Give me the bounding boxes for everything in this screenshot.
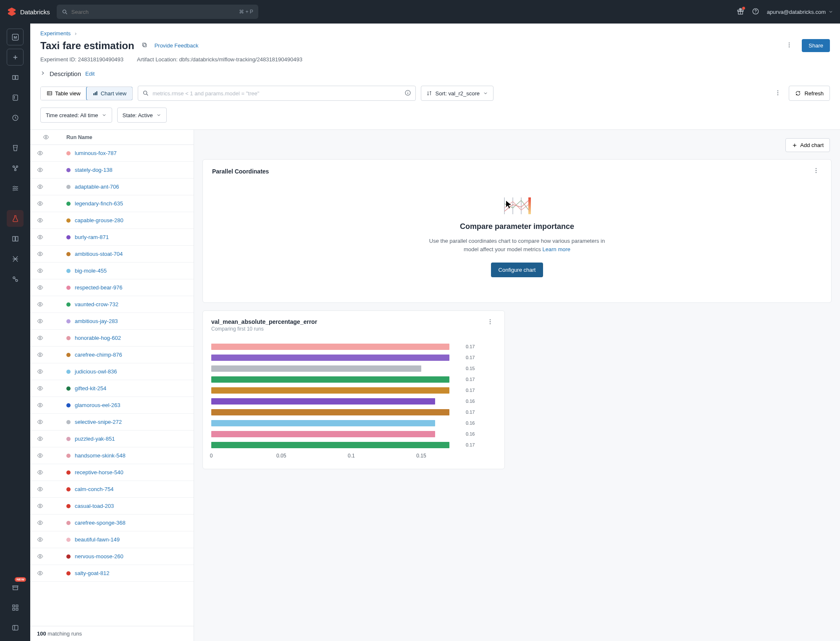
page-menu[interactable]: [783, 39, 795, 52]
run-row[interactable]: judicious-owl-836: [30, 363, 194, 380]
run-row[interactable]: luminous-fox-787: [30, 145, 194, 162]
run-row[interactable]: ambitious-jay-283: [30, 313, 194, 330]
bar[interactable]: [211, 376, 449, 383]
run-name-link[interactable]: ambitious-jay-283: [75, 318, 118, 324]
rail-models[interactable]: [7, 250, 24, 267]
state-filter-dropdown[interactable]: State: Active: [117, 108, 167, 123]
run-name-link[interactable]: handsome-skink-548: [75, 452, 126, 459]
rail-workflows[interactable]: [7, 160, 24, 176]
bar[interactable]: [211, 431, 435, 437]
run-name-link[interactable]: puzzled-yak-851: [75, 436, 115, 442]
run-name-link[interactable]: judicious-owl-836: [75, 368, 117, 375]
run-name-link[interactable]: capable-grouse-280: [75, 217, 123, 223]
visibility-toggle[interactable]: [37, 251, 55, 257]
info-icon[interactable]: [404, 89, 411, 97]
help-icon[interactable]: [752, 8, 759, 16]
visibility-toggle[interactable]: [37, 486, 55, 492]
bar[interactable]: [211, 420, 435, 426]
rail-toggle-sidebar[interactable]: [7, 619, 24, 636]
run-row[interactable]: casual-toad-203: [30, 498, 194, 515]
rail-partner[interactable]: [7, 599, 24, 616]
visibility-toggle[interactable]: [37, 536, 55, 543]
run-row[interactable]: burly-ram-871: [30, 229, 194, 246]
run-name-link[interactable]: ambitious-stoat-704: [75, 251, 123, 257]
chart-view-button[interactable]: Chart view: [86, 87, 133, 100]
run-name-link[interactable]: beautiful-fawn-149: [75, 536, 120, 543]
visibility-toggle[interactable]: [37, 520, 55, 526]
rail-repos[interactable]: [7, 89, 24, 106]
run-name-link[interactable]: luminous-fox-787: [75, 150, 117, 156]
run-name-link[interactable]: carefree-sponge-368: [75, 520, 126, 526]
filter-input[interactable]: [152, 90, 401, 97]
visibility-toggle[interactable]: [37, 335, 55, 341]
time-filter-dropdown[interactable]: Time created: All time: [40, 108, 112, 123]
visibility-toggle[interactable]: [37, 385, 55, 391]
visibility-toggle[interactable]: [37, 234, 55, 240]
copy-icon[interactable]: [141, 42, 148, 50]
run-name-link[interactable]: burly-ram-871: [75, 234, 109, 240]
run-name-link[interactable]: receptive-horse-540: [75, 469, 123, 475]
rail-workspace[interactable]: M: [7, 29, 24, 45]
run-name-link[interactable]: legendary-finch-635: [75, 200, 123, 207]
breadcrumb-root[interactable]: Experiments: [40, 30, 71, 37]
run-name-link[interactable]: respected-bear-976: [75, 284, 122, 291]
run-row[interactable]: nervous-moose-260: [30, 548, 194, 565]
refresh-button[interactable]: Refresh: [789, 86, 830, 101]
run-name-link[interactable]: adaptable-ant-706: [75, 184, 119, 190]
sort-dropdown[interactable]: Sort: val_r2_score: [421, 86, 494, 101]
share-button[interactable]: Share: [802, 39, 830, 52]
bar[interactable]: [211, 387, 449, 394]
run-row[interactable]: legendary-finch-635: [30, 195, 194, 212]
visibility-toggle[interactable]: [37, 184, 55, 190]
search-input[interactable]: [71, 9, 236, 15]
run-name-link[interactable]: vaunted-crow-732: [75, 301, 118, 307]
add-chart-button[interactable]: Add chart: [785, 138, 830, 152]
edit-description-link[interactable]: Edit: [85, 71, 94, 77]
visibility-toggle[interactable]: [37, 368, 55, 375]
run-row[interactable]: calm-conch-754: [30, 481, 194, 498]
description-toggle[interactable]: [40, 71, 45, 77]
visibility-toggle[interactable]: [37, 352, 55, 358]
run-row[interactable]: puzzled-yak-851: [30, 431, 194, 447]
run-row[interactable]: gifted-kit-254: [30, 380, 194, 397]
rail-catalog[interactable]: [7, 139, 24, 156]
configure-chart-button[interactable]: Configure chart: [491, 263, 543, 277]
run-name-link[interactable]: selective-snipe-272: [75, 419, 122, 425]
visibility-toggle[interactable]: [37, 503, 55, 509]
visibility-toggle[interactable]: [37, 553, 55, 560]
learn-more-link[interactable]: Learn more: [543, 246, 570, 252]
rail-experiments[interactable]: [7, 210, 24, 227]
card-menu[interactable]: [810, 167, 822, 175]
visibility-toggle[interactable]: [37, 217, 55, 223]
run-row[interactable]: honorable-hog-602: [30, 330, 194, 347]
run-row[interactable]: big-mole-455: [30, 263, 194, 279]
rail-new[interactable]: [7, 49, 24, 66]
brand[interactable]: Databricks: [7, 7, 50, 17]
bar[interactable]: [211, 355, 449, 361]
rail-marketplace[interactable]: NEW: [7, 579, 24, 596]
visibility-toggle[interactable]: [37, 200, 55, 207]
run-name-link[interactable]: carefree-chimp-876: [75, 352, 122, 358]
run-name-link[interactable]: salty-goat-812: [75, 570, 109, 576]
visibility-toggle[interactable]: [37, 268, 55, 274]
visibility-toggle[interactable]: [37, 150, 55, 156]
global-search[interactable]: ⌘ + P: [57, 5, 258, 19]
run-name-link[interactable]: honorable-hog-602: [75, 335, 121, 341]
visibility-toggle[interactable]: [37, 452, 55, 459]
run-row[interactable]: receptive-horse-540: [30, 464, 194, 481]
run-row[interactable]: selective-snipe-272: [30, 414, 194, 431]
visibility-toggle[interactable]: [37, 167, 55, 173]
rail-recents[interactable]: [7, 109, 24, 126]
run-row[interactable]: carefree-chimp-876: [30, 347, 194, 363]
bar[interactable]: [211, 442, 449, 448]
visibility-column[interactable]: [37, 134, 55, 140]
visibility-toggle[interactable]: [37, 570, 55, 576]
run-row[interactable]: stately-dog-138: [30, 162, 194, 179]
rail-serving[interactable]: [7, 271, 24, 287]
run-name-link[interactable]: glamorous-eel-263: [75, 402, 120, 408]
visibility-toggle[interactable]: [37, 419, 55, 425]
user-menu[interactable]: apurva@databricks.com: [767, 9, 833, 15]
visibility-toggle[interactable]: [37, 318, 55, 324]
rail-feature-store[interactable]: [7, 230, 24, 247]
provide-feedback-link[interactable]: Provide Feedback: [155, 42, 199, 49]
